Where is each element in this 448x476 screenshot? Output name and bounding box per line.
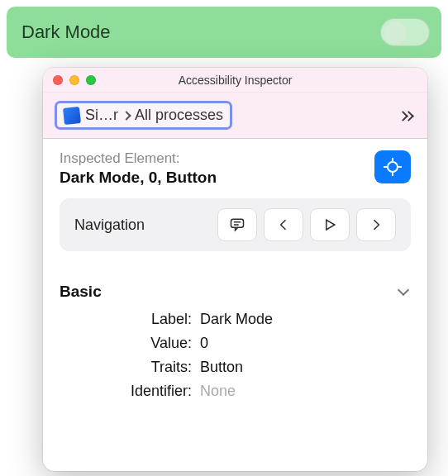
basic-properties: Label: Dark Mode Value: 0 Traits: Button… (60, 311, 411, 400)
speak-button[interactable] (217, 208, 257, 241)
breadcrumb-target: Si…r (85, 107, 118, 124)
point-to-inspect-button[interactable] (374, 150, 411, 183)
minimize-window-button[interactable] (69, 75, 79, 85)
navigation-bar: Navigation (60, 198, 411, 251)
toggle-knob (384, 21, 407, 45)
value-key: Value: (60, 335, 200, 352)
traffic-lights (53, 75, 96, 85)
identifier-key: Identifier: (60, 383, 200, 400)
svg-rect-5 (231, 219, 244, 227)
toolbar-overflow-button[interactable] (398, 105, 416, 126)
speech-bubble-icon (229, 217, 245, 233)
svg-marker-8 (326, 220, 335, 230)
inspected-element-row: Inspected Element: Dark Mode, 0, Button (60, 150, 411, 187)
dark-mode-toggle[interactable] (380, 18, 430, 46)
chevron-right-icon (122, 111, 131, 120)
simulator-icon (63, 107, 81, 125)
label-value: Dark Mode (200, 311, 411, 328)
navigate-previous-button[interactable] (264, 208, 303, 241)
traits-key: Traits: (60, 359, 200, 376)
inspected-caption: Inspected Element: (60, 150, 217, 167)
titlebar: Accessibility Inspector (43, 68, 427, 93)
breadcrumb-scope: All processes (135, 107, 223, 124)
navigate-next-button[interactable] (356, 208, 396, 241)
close-window-button[interactable] (53, 75, 63, 85)
label-key: Label: (60, 311, 200, 328)
navigation-label: Navigation (74, 217, 206, 234)
svg-point-0 (388, 162, 398, 172)
auto-navigate-button[interactable] (310, 208, 350, 241)
basic-section-header[interactable]: Basic (60, 283, 411, 301)
content-area: Inspected Element: Dark Mode, 0, Button … (43, 139, 427, 471)
play-icon (322, 217, 338, 233)
navigation-buttons (217, 208, 396, 241)
toolbar: Si…r All processes (43, 93, 427, 139)
value-value: 0 (200, 335, 411, 352)
chevron-left-icon (275, 217, 292, 233)
crosshair-icon (383, 157, 403, 177)
zoom-window-button[interactable] (86, 75, 96, 85)
identifier-value: None (200, 383, 411, 400)
traits-value: Button (200, 359, 411, 376)
inspected-overlay-label: Dark Mode (21, 21, 111, 43)
inspected-summary: Dark Mode, 0, Button (60, 169, 217, 187)
accessibility-inspector-window: Accessibility Inspector Si…r All process… (43, 68, 427, 471)
inspected-overlay: Dark Mode (7, 7, 441, 58)
window-title: Accessibility Inspector (43, 74, 427, 87)
double-chevron-right-icon (401, 112, 412, 120)
target-breadcrumb[interactable]: Si…r All processes (55, 101, 232, 130)
chevron-down-icon (398, 284, 409, 296)
chevron-right-icon (368, 217, 384, 233)
basic-section-title: Basic (60, 283, 102, 301)
